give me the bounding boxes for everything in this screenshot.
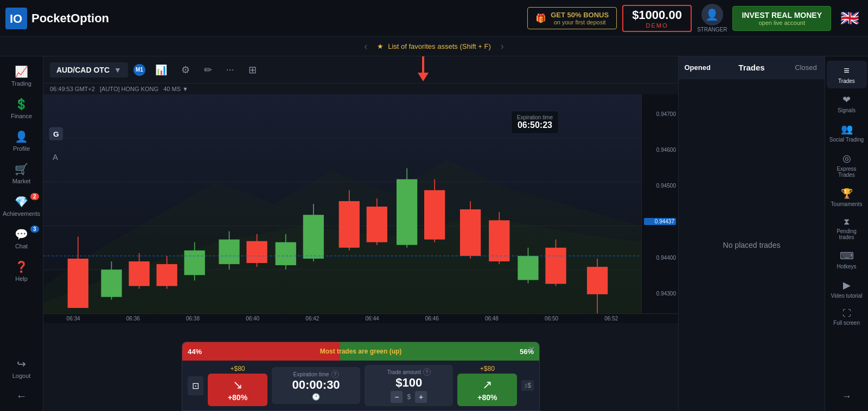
asset-selector[interactable]: AUD/CAD OTC ▼ xyxy=(50,62,128,78)
sell-button[interactable]: ↘ +80% xyxy=(208,374,267,406)
trading-icon: 📈 xyxy=(15,65,28,78)
collapse-panel-button[interactable]: ⊡ xyxy=(188,376,203,395)
sidebar-arrow-left[interactable]: ← xyxy=(2,386,41,407)
rsidebar-item-video-tutorial[interactable]: ▶ Video tutorial xyxy=(827,275,867,303)
rsidebar-label-tournaments: Tournaments xyxy=(831,201,863,207)
buy-button[interactable]: ↗ +80% xyxy=(457,374,517,406)
sidebar-item-market[interactable]: 🛒 Market xyxy=(2,158,41,189)
chart-settings-button[interactable]: ⚙ xyxy=(177,62,194,78)
trades-panel: Opened Trades Closed No placed trades xyxy=(678,56,825,411)
time-label: 06:50 xyxy=(545,316,558,322)
amount-increase-button[interactable]: + xyxy=(415,391,427,403)
chart-server: [AUTO] HONG KONG xyxy=(100,86,158,92)
sentiment-text: Most trades are green (up) xyxy=(320,348,402,355)
amount-field[interactable]: Trade amount ? $100 − $ + xyxy=(365,365,453,406)
clock-icon: 🕐 xyxy=(312,393,320,401)
annotation-arrow xyxy=(418,56,429,81)
rsidebar-item-social-trading[interactable]: 👥 Social Trading xyxy=(827,119,867,147)
amount-decrease-button[interactable]: − xyxy=(391,391,403,403)
expiration-field[interactable]: Expiration time ? 00:00:30 🕐 xyxy=(272,367,360,404)
sidebar-item-help[interactable]: ❓ Help xyxy=(2,256,41,286)
svg-rect-43 xyxy=(545,248,566,284)
tab-closed[interactable]: Closed xyxy=(787,57,825,78)
sentiment-red: 44% xyxy=(182,342,340,361)
chat-icon: 💬 xyxy=(15,228,28,241)
achievements-badge: 2 xyxy=(30,193,39,200)
price-axis: 0.94700 0.94600 0.94500 0.94437 0.94400 … xyxy=(641,94,678,313)
amount-help-icon: ? xyxy=(423,368,431,376)
rsidebar-label-express-trades: Express Trades xyxy=(829,166,865,178)
chart-stats-button[interactable]: 📊 xyxy=(151,62,171,78)
sentiment-bar: 44% Most trades are green (up) 56% ✕ xyxy=(182,342,539,361)
svg-rect-17 xyxy=(156,264,177,286)
chart-draw-button[interactable]: ✏ xyxy=(200,62,216,78)
tab-opened[interactable]: Opened xyxy=(679,57,716,78)
tournaments-icon: 🏆 xyxy=(841,188,853,200)
sidebar-label-help: Help xyxy=(15,275,28,282)
rsidebar-item-signals[interactable]: ❤ Signals xyxy=(827,89,867,118)
sidebar-item-chat[interactable]: 💬 Chat 3 xyxy=(2,223,41,254)
svg-rect-11 xyxy=(68,259,88,308)
arrow-right-icon: → xyxy=(842,391,852,402)
timeframe-badge[interactable]: M1 xyxy=(133,64,145,76)
nav-next-arrow[interactable]: › xyxy=(495,41,509,52)
help-icon: ❓ xyxy=(15,260,28,273)
right-sidebar: ≡ Trades ❤ Signals 👥 Social Trading ◎ Ex… xyxy=(825,56,868,411)
price-level-4: 0.94400 xyxy=(644,255,676,261)
language-flag[interactable]: 🇬🇧 xyxy=(837,9,863,28)
rsidebar-item-tournaments[interactable]: 🏆 Tournaments xyxy=(827,183,867,211)
extra-btn-1[interactable]: ↕$ xyxy=(521,380,534,391)
sidebar-item-logout[interactable]: ↪ Logout xyxy=(2,353,41,383)
rsidebar-label-fullscreen: Full screen xyxy=(833,320,860,326)
sidebar-item-trading[interactable]: 📈 Trading xyxy=(2,61,41,91)
video-tutorial-icon: ▶ xyxy=(843,279,851,291)
rsidebar-item-fullscreen[interactable]: ⛶ Full screen xyxy=(827,304,867,330)
nav-prev-arrow[interactable]: ‹ xyxy=(359,41,373,52)
sidebar-item-finance[interactable]: 💲 Finance xyxy=(2,93,41,124)
svg-text:IO: IO xyxy=(10,12,22,25)
buy-bonus-group: +$80 ↗ +80% xyxy=(457,365,517,406)
rsidebar-item-hotkeys[interactable]: ⌨ Hotkeys xyxy=(827,246,867,274)
invest-button[interactable]: INVEST REAL MONEY open live account xyxy=(732,6,831,31)
close-panel-button[interactable]: ✕ xyxy=(528,344,535,355)
svg-rect-23 xyxy=(246,241,267,263)
stranger-button[interactable]: 👤 STRANGER xyxy=(697,4,727,33)
price-level-1: 0.94700 xyxy=(644,111,676,117)
logo-icon: IO xyxy=(5,8,27,29)
svg-rect-19 xyxy=(184,251,205,275)
sidebar-item-achievements[interactable]: 💎 Achievements 2 xyxy=(2,191,41,221)
time-label: 06:36 xyxy=(126,316,140,322)
chart-latency[interactable]: 40 MS ▼ xyxy=(163,86,188,92)
rsidebar-item-trades[interactable]: ≡ Trades xyxy=(827,61,867,88)
chart-info: 06:49:53 GMT+2 [AUTO] HONG KONG 40 MS ▼ xyxy=(43,84,678,94)
rsidebar-arrow-right[interactable]: → xyxy=(827,387,867,407)
sidebar-label-trading: Trading xyxy=(11,80,31,87)
chart-layout-button[interactable]: ⊞ xyxy=(244,62,261,78)
amount-controls: − $ + xyxy=(391,391,427,403)
sidebar-label-finance: Finance xyxy=(11,113,32,119)
candlestick-chart[interactable]: G A xyxy=(43,94,678,313)
express-trades-icon: ◎ xyxy=(843,152,851,164)
balance-button[interactable]: $1000.00 DEMO xyxy=(622,5,692,32)
sell-bonus-label: +$80 xyxy=(230,365,245,373)
rsidebar-label-social-trading: Social Trading xyxy=(829,137,864,143)
time-label: 06:40 xyxy=(246,316,259,322)
trades-list-icon: ≡ xyxy=(844,65,850,76)
rsidebar-item-pending-trades[interactable]: ⧗ Pending trades xyxy=(827,213,867,245)
trading-panel: 44% Most trades are green (up) 56% ✕ ⊡ +… xyxy=(182,342,540,411)
logo: IO PocketOption xyxy=(5,8,109,29)
chart-more-button[interactable]: ··· xyxy=(222,62,239,78)
main-layout: 📈 Trading 💲 Finance 👤 Profile 🛒 Market 💎… xyxy=(0,56,868,411)
svg-rect-35 xyxy=(424,190,445,240)
bonus-button[interactable]: 🎁 GET 50% BONUS on your first deposit xyxy=(527,7,617,29)
svg-rect-13 xyxy=(101,269,122,297)
rsidebar-item-express-trades[interactable]: ◎ Express Trades xyxy=(827,148,867,182)
rsidebar-label-trades: Trades xyxy=(838,78,855,84)
sidebar-item-profile[interactable]: 👤 Profile xyxy=(2,126,41,156)
favorites-icon: ★ xyxy=(377,42,384,50)
time-label: 06:38 xyxy=(186,316,200,322)
fullscreen-icon: ⛶ xyxy=(843,309,851,318)
price-level-current: 0.94437 xyxy=(644,218,676,225)
favorites-bar: ‹ ★ List of favorites assets (Shift + F)… xyxy=(0,37,868,56)
header: IO PocketOption 🎁 GET 50% BONUS on your … xyxy=(0,0,868,37)
